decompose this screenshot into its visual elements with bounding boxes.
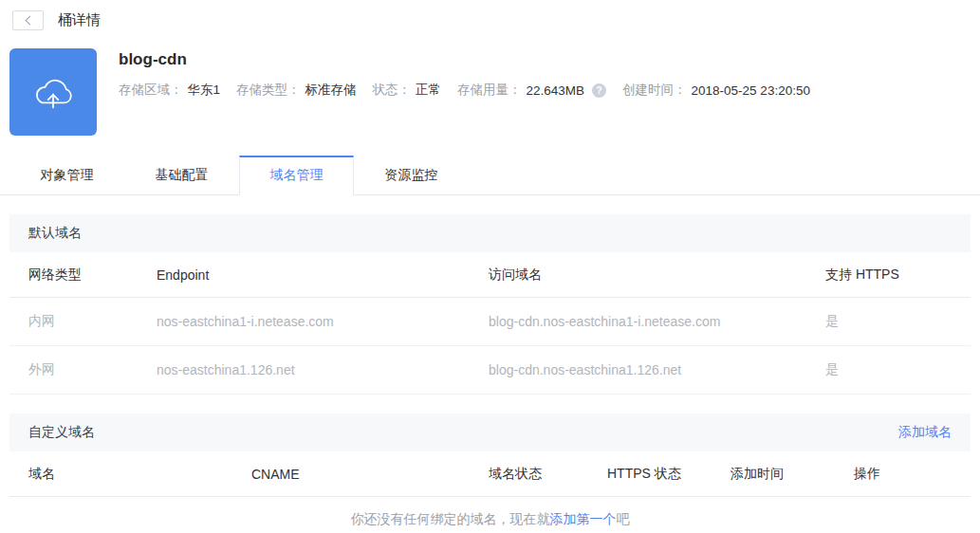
empty-state-suffix: 吧 <box>617 511 630 526</box>
tab-resource-monitor[interactable]: 资源监控 <box>354 156 469 195</box>
col-add-time: 添加时间 <box>730 451 854 497</box>
col-https-status: HTTPS 状态 <box>607 451 730 497</box>
custom-domains-title: 自定义域名 <box>28 424 95 441</box>
cell-network-type: 外网 <box>9 346 157 395</box>
add-first-domain-link[interactable]: 添加第一个 <box>550 511 617 526</box>
col-actions: 操作 <box>854 451 971 497</box>
empty-state-text: 你还没有任何绑定的域名，现在就 <box>351 511 550 526</box>
topbar: 桶详情 <box>0 0 980 30</box>
tab-bar: 对象管理 基础配置 域名管理 资源监控 <box>0 156 980 195</box>
meta-storage-usage: 存储用量： 22.643MB ? <box>457 82 606 99</box>
col-endpoint: Endpoint <box>157 252 489 298</box>
cell-access-domain: blog-cdn.nos-eastchina1.126.net <box>489 346 825 395</box>
bucket-icon <box>9 48 97 136</box>
col-https-support: 支持 HTTPS <box>825 252 971 298</box>
col-domain-status: 域名状态 <box>489 451 607 497</box>
col-domain: 域名 <box>9 451 251 497</box>
bucket-info: blog-cdn 存储区域： 华东1 存储类型： 标准存储 状态： 正常 存储用… <box>119 48 826 136</box>
bucket-header: blog-cdn 存储区域： 华东1 存储类型： 标准存储 状态： 正常 存储用… <box>9 48 980 136</box>
meta-storage-region: 存储区域： 华东1 <box>119 82 220 99</box>
custom-domains-section: 自定义域名 添加域名 域名 CNAME 域名状态 HTTPS 状态 添加时间 操… <box>9 414 971 533</box>
table-header-row: 网络类型 Endpoint 访问域名 支持 HTTPS <box>9 252 971 298</box>
tab-object-management[interactable]: 对象管理 <box>9 156 124 195</box>
cell-endpoint: nos-eastchina1-i.netease.com <box>157 298 489 346</box>
help-icon[interactable]: ? <box>592 83 606 98</box>
add-domain-link[interactable]: 添加域名 <box>898 424 952 441</box>
tab-domain-management[interactable]: 域名管理 <box>239 156 354 195</box>
empty-state: 你还没有任何绑定的域名，现在就添加第一个吧 <box>9 497 971 533</box>
bucket-meta: 存储区域： 华东1 存储类型： 标准存储 状态： 正常 存储用量： 22.643… <box>119 82 826 99</box>
custom-domains-table: 域名 CNAME 域名状态 HTTPS 状态 添加时间 操作 <box>9 451 971 497</box>
default-domains-section: 默认域名 网络类型 Endpoint 访问域名 支持 HTTPS 内网 nos-… <box>9 214 971 395</box>
meta-created-time: 创建时间： 2018-05-25 23:20:50 <box>622 82 810 99</box>
col-network-type: 网络类型 <box>9 252 157 298</box>
cell-https-support: 是 <box>825 346 971 395</box>
cell-endpoint: nos-eastchina1.126.net <box>157 346 489 395</box>
table-row: 外网 nos-eastchina1.126.net blog-cdn.nos-e… <box>9 346 971 395</box>
table-header-row: 域名 CNAME 域名状态 HTTPS 状态 添加时间 操作 <box>9 451 971 497</box>
col-cname: CNAME <box>251 451 489 497</box>
cell-access-domain: blog-cdn.nos-eastchina1-i.netease.com <box>489 298 825 346</box>
bucket-name: blog-cdn <box>119 50 826 69</box>
tab-basic-config[interactable]: 基础配置 <box>124 156 239 195</box>
back-button[interactable] <box>12 10 44 30</box>
default-domains-title: 默认域名 <box>28 225 82 242</box>
meta-storage-type: 存储类型： 标准存储 <box>236 82 357 99</box>
table-row: 内网 nos-eastchina1-i.netease.com blog-cdn… <box>9 298 971 346</box>
bucket-detail-page: 桶详情 blog-cdn 存储区域： 华东1 存储类型： 标准存储 <box>0 0 980 533</box>
chevron-left-icon <box>25 16 34 26</box>
col-access-domain: 访问域名 <box>489 252 825 298</box>
custom-domains-header: 自定义域名 添加域名 <box>9 414 971 451</box>
default-domains-table: 网络类型 Endpoint 访问域名 支持 HTTPS 内网 nos-eastc… <box>9 252 971 395</box>
cell-network-type: 内网 <box>9 298 157 346</box>
page-title: 桶详情 <box>58 11 101 29</box>
cloud-upload-icon <box>28 67 78 117</box>
meta-status: 状态： 正常 <box>373 82 442 99</box>
cell-https-support: 是 <box>825 298 971 346</box>
default-domains-header: 默认域名 <box>9 214 971 252</box>
